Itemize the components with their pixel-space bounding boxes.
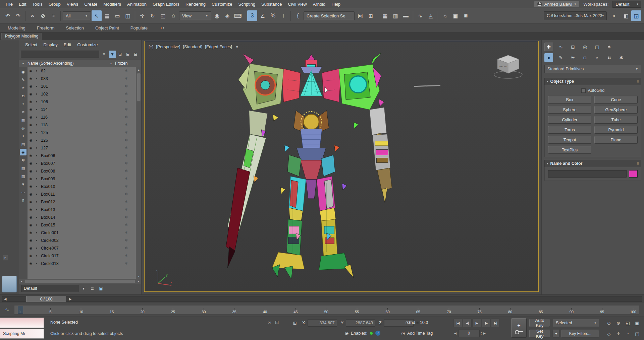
- viewport-state-icon[interactable]: ◲: [631, 10, 641, 21]
- object-name[interactable]: Box015: [39, 223, 116, 227]
- layer-stack-icon[interactable]: ≣: [89, 285, 96, 292]
- display-materials-icon[interactable]: ▧: [20, 165, 26, 172]
- display-layers-icon[interactable]: ▨: [20, 173, 26, 180]
- object-type-rollout-header[interactable]: ▾ Object Type ⠿: [544, 78, 641, 85]
- object-name[interactable]: Circle007: [39, 246, 116, 251]
- table-row[interactable]: ◉ ● 126 ✻: [28, 136, 136, 144]
- horizontal-scrollbar[interactable]: ◂ ▸: [19, 279, 141, 284]
- table-row[interactable]: ◉ ● 125 ✻: [28, 129, 136, 136]
- schematic-view-icon[interactable]: ◬: [426, 10, 436, 21]
- name-column-header[interactable]: Name (Sorted Ascending) ▲: [28, 61, 115, 66]
- frozen-icon[interactable]: ✻: [116, 207, 136, 212]
- frozen-icon[interactable]: ✻: [116, 138, 136, 142]
- align-icon[interactable]: ⊞: [366, 10, 376, 21]
- menu-item[interactable]: Modifiers: [100, 1, 124, 7]
- table-row[interactable]: ◉ ● 114 ✻: [28, 106, 136, 113]
- table-row[interactable]: ◉ ● Box009 ✻: [28, 175, 136, 183]
- frozen-icon[interactable]: ✻: [116, 84, 136, 88]
- motion-tab[interactable]: ◎: [581, 43, 589, 51]
- render-dot-icon[interactable]: ●: [34, 223, 39, 226]
- frozen-icon[interactable]: ✻: [116, 69, 136, 73]
- table-row[interactable]: ◉ ● 101 ✻: [28, 82, 136, 90]
- percent-snap-icon[interactable]: %: [268, 10, 278, 21]
- isolate-selection-icon[interactable]: ◧: [621, 10, 631, 21]
- set-keys-button[interactable]: +: [511, 318, 527, 338]
- redo-icon[interactable]: ↷: [13, 10, 23, 21]
- ribbon-config-icon[interactable]: ● ▾: [157, 24, 167, 31]
- object-name[interactable]: 114: [39, 107, 116, 112]
- render-dot-icon[interactable]: ●: [34, 116, 39, 119]
- menu-item[interactable]: Views: [64, 1, 81, 7]
- visibility-eye-icon[interactable]: ◉: [28, 123, 34, 127]
- rendered-frame-icon[interactable]: ▣: [450, 10, 461, 21]
- polygon-modeling-panel-button[interactable]: Polygon Modeling: [1, 33, 42, 40]
- visibility-eye-icon[interactable]: ◉: [28, 246, 34, 250]
- visibility-eye-icon[interactable]: ◉: [28, 100, 34, 104]
- object-name[interactable]: 101: [39, 84, 116, 89]
- explorer-column-header[interactable]: ● Name (Sorted Ascending) ▲ Frozen: [19, 60, 141, 67]
- frozen-icon[interactable]: ✻: [116, 230, 136, 235]
- visibility-eye-icon[interactable]: ◉: [28, 154, 34, 157]
- visibility-eye-icon[interactable]: ◉: [28, 108, 34, 111]
- visibility-eye-icon[interactable]: ◉: [28, 138, 34, 142]
- render-dot-icon[interactable]: ●: [34, 139, 39, 142]
- go-to-end-icon[interactable]: ▶|: [491, 319, 500, 327]
- frozen-icon[interactable]: ✻: [116, 130, 136, 135]
- geometry-category[interactable]: ●: [544, 53, 553, 62]
- zoom-extents-all-icon[interactable]: ▣: [633, 319, 642, 328]
- render-dot-icon[interactable]: ●: [34, 262, 39, 265]
- render-dot-icon[interactable]: ●: [34, 77, 39, 80]
- menu-item[interactable]: Rendering: [182, 1, 209, 7]
- frozen-icon[interactable]: ✻: [116, 107, 136, 112]
- menu-item[interactable]: Help: [328, 1, 343, 7]
- time-tag-icon[interactable]: ◉: [345, 331, 348, 336]
- scroll-up-icon[interactable]: ▴: [136, 67, 142, 72]
- object-name[interactable]: Box012: [39, 200, 116, 204]
- display-groups-icon[interactable]: ▦: [20, 117, 26, 123]
- viewport-label[interactable]: [Standard]: [183, 45, 203, 49]
- project-path-dropdown[interactable]: C:\Users\ahm...3ds Max 2023 ▾: [544, 11, 607, 20]
- track-bar[interactable]: 0510152025303540455055606570758085909510…: [14, 305, 639, 315]
- display-visibility-icon[interactable]: ◉: [20, 149, 26, 155]
- menu-item[interactable]: File: [3, 1, 16, 7]
- object-type-button[interactable]: Pyramid: [594, 126, 638, 134]
- ribbon-tab[interactable]: Freeform: [31, 23, 60, 32]
- key-mode-icon[interactable]: ✦: [553, 330, 559, 338]
- macro-recorder-listener[interactable]: [0, 318, 44, 328]
- object-type-button[interactable]: TextPlus: [548, 146, 591, 154]
- clear-search-icon[interactable]: ×: [100, 51, 108, 58]
- viewport-filter-icon[interactable]: ▼: [235, 45, 239, 49]
- render-dot-icon[interactable]: ●: [34, 92, 39, 95]
- scroll-right-icon[interactable]: ▸: [136, 279, 141, 284]
- next-frame-icon[interactable]: |▶: [482, 319, 490, 327]
- visibility-eye-icon[interactable]: ◉: [28, 161, 34, 165]
- display-lights-icon[interactable]: ☀: [20, 84, 26, 91]
- lights-category[interactable]: ☀: [569, 53, 577, 62]
- table-row[interactable]: ◉ ● Box013 ✻: [28, 206, 136, 213]
- maxscript-mini-listener[interactable]: Scripting Mi: [0, 329, 44, 339]
- render-setup-icon[interactable]: ☼: [440, 10, 450, 21]
- table-row[interactable]: ◉ ● Circle001 ✻: [28, 229, 136, 236]
- object-name[interactable]: 106: [39, 99, 116, 104]
- render-dot-icon[interactable]: ●: [34, 69, 39, 72]
- visibility-eye-icon[interactable]: ◉: [28, 239, 34, 242]
- select-by-name-icon[interactable]: ▤: [102, 10, 112, 21]
- key-selection-dropdown[interactable]: Selected ▾: [553, 319, 599, 327]
- frozen-column-header[interactable]: Frozen: [115, 61, 136, 66]
- vertical-scrollbar[interactable]: ▴ ▾: [136, 67, 141, 279]
- render-dot-icon[interactable]: ●: [34, 162, 39, 165]
- spinner-snap-icon[interactable]: ↕: [278, 10, 288, 21]
- table-row[interactable]: ◉ ● Box015 ✻: [28, 221, 136, 229]
- select-and-manipulate-icon[interactable]: ◈: [222, 10, 232, 21]
- previous-key-icon[interactable]: ◀: [453, 332, 457, 335]
- scrollbar-thumb[interactable]: [25, 280, 135, 283]
- zoom-icon[interactable]: ⊙: [604, 319, 613, 328]
- add-time-tag[interactable]: Add Time Tag: [407, 331, 433, 336]
- object-type-button[interactable]: Cone: [594, 96, 638, 104]
- object-name[interactable]: Box010: [39, 184, 116, 189]
- workspace-dropdown[interactable]: Default ▾: [612, 1, 641, 8]
- table-row[interactable]: ◉ ● Box012 ✻: [28, 198, 136, 206]
- render-dot-icon[interactable]: ●: [34, 85, 39, 88]
- table-row[interactable]: ◉ ● Box010 ✻: [28, 183, 136, 190]
- previous-frame-arrow[interactable]: ◀: [3, 296, 8, 301]
